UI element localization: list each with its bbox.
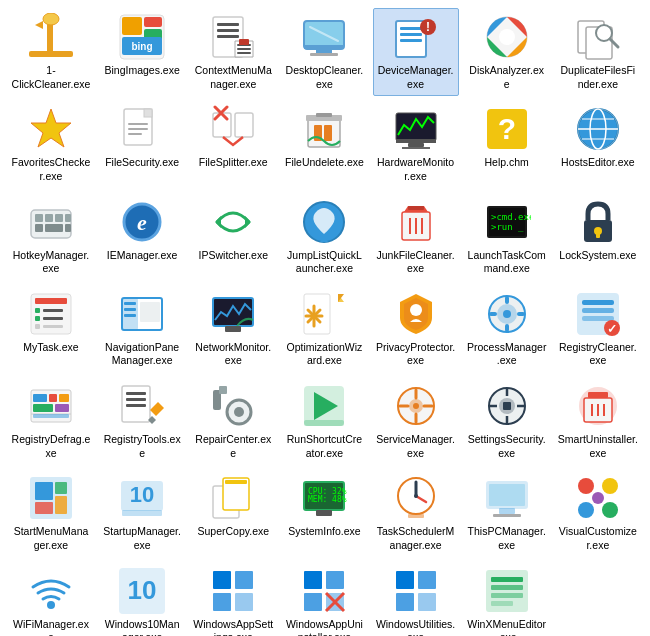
svg-rect-12 xyxy=(217,35,239,38)
icon-item-optimizationwizard[interactable]: OptimizationWizard.exe xyxy=(281,285,367,373)
icon-item-favoriteschecker[interactable]: FavoritesChecker.exe xyxy=(8,100,94,188)
svg-rect-132 xyxy=(126,404,146,407)
svg-rect-199 xyxy=(491,577,523,582)
icon-devicemanager: ! xyxy=(392,13,440,61)
icon-item-networkmonitor[interactable]: NetworkMonitor.exe xyxy=(190,285,276,373)
icon-label-contextmenu: ContextMenuManager.exe xyxy=(193,64,273,91)
icon-item-winxmenueditor[interactable]: WinXMenuEditor.exe xyxy=(464,562,550,636)
svg-rect-48 xyxy=(408,143,424,147)
icon-item-ipswitcher[interactable]: IPSwitcher.exe xyxy=(190,193,276,281)
icon-item-fileundelete[interactable]: FileUndelete.exe xyxy=(281,100,367,188)
icon-item-settingssecurity[interactable]: SettingsSecurity.exe xyxy=(464,377,550,465)
icon-visualcustomizer xyxy=(574,474,622,522)
svg-rect-88 xyxy=(35,316,40,321)
icon-item-registrycleaner[interactable]: ✓RegistryCleaner.exe xyxy=(555,285,641,373)
icon-item-hostseditor[interactable]: HostsEditor.exe xyxy=(555,100,641,188)
icon-optimizationwizard xyxy=(300,290,348,338)
icon-item-registrydefrag[interactable]: RegistryDefrag.exe xyxy=(8,377,94,465)
svg-rect-86 xyxy=(35,298,67,304)
icon-item-thispcmanager[interactable]: ThisPCManager.exe xyxy=(464,469,550,557)
svg-rect-59 xyxy=(35,214,43,222)
icon-label-smartuninstaller: SmartUninstaller.exe xyxy=(558,433,638,460)
icon-label-taskscheduler: TaskSchedulerManager.exe xyxy=(376,525,456,552)
icon-item-hardwaremonitor[interactable]: HardwareMonitor.exe xyxy=(373,100,459,188)
icon-item-runshortcutcreator[interactable]: RunShortcutCreator.exe xyxy=(281,377,367,465)
icon-item-diskanalyzer[interactable]: DiskAnalyzer.exe xyxy=(464,8,550,96)
svg-point-108 xyxy=(410,304,422,316)
icon-fileundelete xyxy=(300,105,348,153)
icon-item-iemanager[interactable]: eIEManager.exe xyxy=(99,193,185,281)
svg-rect-162 xyxy=(225,480,247,484)
icon-item-servicemanager[interactable]: ServiceManager.exe xyxy=(373,377,459,465)
svg-rect-77 xyxy=(408,206,424,210)
icon-label-mytask: MyTask.exe xyxy=(23,341,78,355)
svg-rect-97 xyxy=(124,314,136,317)
icon-windowsappsettings xyxy=(209,567,257,615)
svg-rect-188 xyxy=(304,571,322,589)
icon-item-filesecurity[interactable]: FileSecurity.exe xyxy=(99,100,185,188)
icon-item-filesplitter[interactable]: FileSplitter.exe xyxy=(190,100,276,188)
icon-item-processmanager[interactable]: ProcessManager.exe xyxy=(464,285,550,373)
svg-point-180 xyxy=(592,492,604,504)
svg-marker-69 xyxy=(245,216,251,228)
icon-item-navigationpane[interactable]: NavigationPaneManager.exe xyxy=(99,285,185,373)
icon-label-hostseditor: HostsEditor.exe xyxy=(561,156,635,170)
icon-item-1clickcleaner[interactable]: 1-ClickCleaner.exe xyxy=(8,8,94,96)
icon-item-startupmanager[interactable]: 10StartupManager.exe xyxy=(99,469,185,557)
svg-text:bing: bing xyxy=(132,41,153,52)
icon-item-smartuninstaller[interactable]: SmartUninstaller.exe xyxy=(555,377,641,465)
icon-locksystem xyxy=(574,198,622,246)
svg-rect-175 xyxy=(493,514,521,517)
svg-rect-136 xyxy=(219,386,227,394)
icon-label-repaircenter: RepairCenter.exe xyxy=(193,433,273,460)
svg-rect-166 xyxy=(316,510,332,516)
icon-item-duplicatefinder[interactable]: DuplicateFilesFinder.exe xyxy=(555,8,641,96)
icon-filesplitter xyxy=(209,105,257,153)
icon-item-devicemanager[interactable]: !DeviceManager.exe xyxy=(373,8,459,96)
icon-duplicatefinder xyxy=(574,13,622,61)
icon-item-desktopcleaner[interactable]: DesktopCleaner.exe xyxy=(281,8,367,96)
svg-rect-173 xyxy=(489,484,525,506)
icon-item-jumplistlauncher[interactable]: JumpListQuickLauncher.exe xyxy=(281,193,367,281)
icon-launchtaskcommand: >cmd.exe>run _ xyxy=(483,198,531,246)
svg-rect-186 xyxy=(213,593,231,611)
icon-label-filesecurity: FileSecurity.exe xyxy=(105,156,179,170)
svg-rect-63 xyxy=(35,224,43,232)
icon-item-registrytools[interactable]: RegistryTools.exe xyxy=(99,377,185,465)
icon-item-bingimages[interactable]: bingBingImages.exe xyxy=(99,8,185,96)
icon-item-locksystem[interactable]: LockSystem.exe xyxy=(555,193,641,281)
icon-item-windowsutilities[interactable]: WindowsUtilities.exe xyxy=(373,562,459,636)
icon-item-junkfilecleaner[interactable]: JunkFileCleaner.exe xyxy=(373,193,459,281)
icon-item-mytask[interactable]: MyTask.exe xyxy=(8,285,94,373)
icon-item-privacyprotector[interactable]: PrivacyProtector.exe xyxy=(373,285,459,373)
svg-point-28 xyxy=(499,29,515,45)
icon-label-filesplitter: FileSplitter.exe xyxy=(199,156,268,170)
svg-rect-35 xyxy=(144,109,152,117)
icon-label-iemanager: IEManager.exe xyxy=(107,249,178,263)
svg-rect-124 xyxy=(49,394,57,402)
svg-rect-128 xyxy=(33,414,69,418)
svg-rect-145 xyxy=(503,402,511,410)
icon-item-systeminfo[interactable]: CPU: 32%MEM: 48%SystemInfo.exe xyxy=(281,469,367,557)
svg-rect-14 xyxy=(237,48,251,50)
icon-item-windows10manager[interactable]: 10Windows10Manager.exe xyxy=(99,562,185,636)
icon-item-repaircenter[interactable]: RepairCenter.exe xyxy=(190,377,276,465)
svg-rect-43 xyxy=(316,113,332,117)
icon-item-wifimanager[interactable]: WiFiManager.exe xyxy=(8,562,94,636)
icon-item-windowsappsettings[interactable]: WindowsAppSettings.exe xyxy=(190,562,276,636)
icon-item-startmenumanager[interactable]: StartMenuManager.exe xyxy=(8,469,94,557)
icon-item-taskscheduler[interactable]: TaskSchedulerManager.exe xyxy=(373,469,459,557)
icon-item-visualcustomizer[interactable]: VisualCustomizer.exe xyxy=(555,469,641,557)
icon-item-windowsappuninstaller[interactable]: WindowsAppUninstaller.exe xyxy=(281,562,367,636)
icon-settingssecurity xyxy=(483,382,531,430)
icon-smartuninstaller xyxy=(574,382,622,430)
icon-item-supercopy[interactable]: SuperCopy.exe xyxy=(190,469,276,557)
icon-label-optimizationwizard: OptimizationWizard.exe xyxy=(284,341,364,368)
icon-item-helpchm[interactable]: ?Help.chm xyxy=(464,100,550,188)
icon-item-hotkeymanager[interactable]: HotkeyManager.exe xyxy=(8,193,94,281)
icon-item-contextmenu[interactable]: ContextMenuManager.exe xyxy=(190,8,276,96)
svg-rect-171 xyxy=(408,514,424,518)
svg-text:10: 10 xyxy=(128,575,157,605)
icon-item-launchtaskcommand[interactable]: >cmd.exe>run _LaunchTaskCommand.exe xyxy=(464,193,550,281)
svg-point-2 xyxy=(43,13,59,25)
